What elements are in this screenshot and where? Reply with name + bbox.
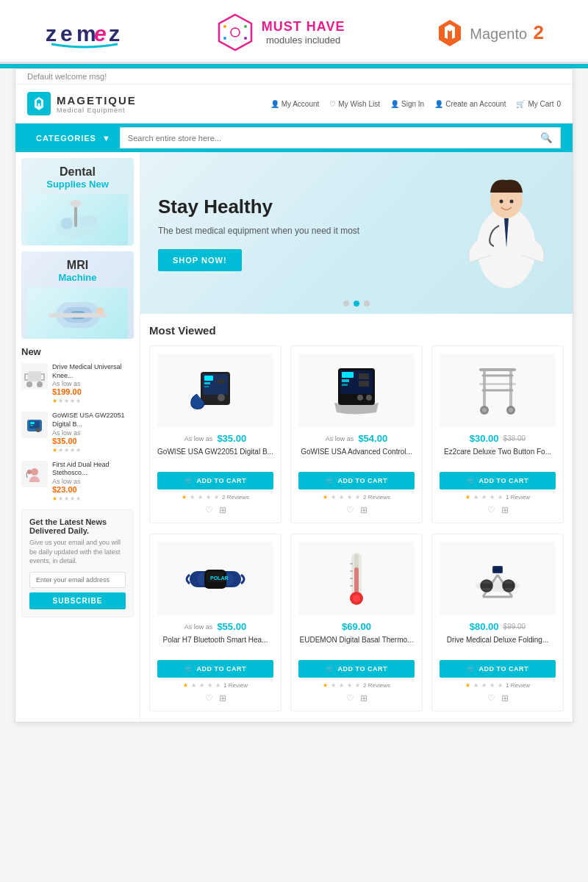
search-bar: 🔍 — [120, 127, 561, 148]
sidebar-new-product-1: Drive Medical Universal Knee... As low a… — [21, 363, 134, 404]
svg-rect-48 — [359, 381, 369, 387]
newsletter-email-input[interactable] — [29, 572, 126, 588]
magento-icon — [436, 18, 464, 46]
product-4-add-to-cart[interactable]: 🛒 ADD TO CART — [157, 660, 273, 678]
dental-promo-banner[interactable]: Dental Supplies New — [21, 158, 134, 245]
svg-rect-52 — [509, 368, 512, 409]
product-4-stars: ★★★★★ 1 Review — [183, 682, 248, 689]
product-2-compare-icon[interactable]: ⊞ — [360, 505, 368, 515]
sidebar-product-2-stars: ★★★★★ — [52, 447, 134, 453]
product-1-name: GoWISE USA GW22051 Digital B... — [157, 447, 273, 466]
hero-description: The best medical equipment when you need… — [158, 224, 555, 237]
svg-rect-27 — [30, 425, 33, 426]
svg-text:e: e — [94, 21, 107, 46]
svg-point-6 — [231, 28, 240, 37]
product-3-compare-icon[interactable]: ⊞ — [501, 505, 509, 515]
product-1-compare-icon[interactable]: ⊞ — [219, 505, 226, 515]
magento-text: Magento 2 — [470, 21, 544, 44]
svg-rect-54 — [479, 383, 516, 385]
slider-dot-3[interactable] — [364, 301, 370, 306]
product-card-1: As low as $35.00 GoWISE USA GW22051 Digi… — [149, 345, 282, 523]
product-1-wishlist-icon[interactable]: ♡ — [205, 505, 213, 515]
slider-dots — [343, 301, 370, 306]
svg-point-8 — [244, 25, 247, 28]
product-4-image: POLAR — [157, 542, 273, 615]
sidebar-new-product-3: First Aid Dual Head Stethosco... As low … — [21, 461, 134, 502]
product-2-actions: ♡ ⊞ — [346, 505, 368, 515]
product-5-actions: ♡ ⊞ — [346, 693, 368, 703]
wishlist-link[interactable]: ♡ My Wish List — [329, 100, 380, 108]
product-6-compare-icon[interactable]: ⊞ — [501, 693, 509, 703]
magento-logo: Magento 2 — [436, 18, 544, 46]
svg-point-10 — [244, 37, 247, 40]
svg-rect-79 — [481, 584, 492, 588]
product-5-add-to-cart[interactable]: 🛒 ADD TO CART — [298, 660, 415, 678]
svg-rect-53 — [479, 368, 516, 371]
mri-promo-banner[interactable]: MRI Machine — [21, 251, 134, 339]
main-content: Dental Supplies New MRI Machine — [15, 152, 573, 722]
svg-text:POLAR: POLAR — [210, 576, 229, 581]
must-have-text: MUST HAVE modules included — [262, 19, 345, 46]
svg-point-21 — [26, 381, 32, 387]
slider-dot-2[interactable] — [354, 301, 359, 306]
svg-rect-40 — [218, 379, 225, 384]
product-6-wishlist-icon[interactable]: ♡ — [487, 693, 495, 703]
hero-slider: Stay Healthy The best medical equipment … — [140, 152, 573, 314]
product-1-actions: ♡ ⊞ — [205, 505, 226, 515]
product-2-add-to-cart[interactable]: 🛒 ADD TO CART — [298, 472, 415, 490]
mri-promo-image — [27, 287, 128, 339]
search-input[interactable] — [121, 129, 533, 147]
svg-rect-12 — [74, 205, 77, 227]
shop-now-button[interactable]: SHOP NOW! — [158, 249, 242, 271]
product-2-image — [298, 354, 415, 427]
product-2-wishlist-icon[interactable]: ♡ — [346, 505, 354, 515]
cart-link[interactable]: 🛒 My Cart 0 — [516, 100, 561, 108]
slider-dot-1[interactable] — [343, 301, 349, 306]
product-6-add-to-cart[interactable]: 🛒 ADD TO CART — [440, 660, 556, 678]
search-button[interactable]: 🔍 — [533, 128, 560, 148]
product-5-wishlist-icon[interactable]: ♡ — [346, 693, 354, 703]
newsletter-box: Get the Latest News Delivered Daily. Giv… — [21, 509, 134, 617]
subscribe-button[interactable]: SUBSCRIBE — [29, 592, 126, 609]
categories-button[interactable]: CATEGORIES ▼ — [27, 127, 120, 149]
svg-point-57 — [482, 408, 487, 412]
product-2-price-row: As low as $54.00 — [326, 433, 387, 444]
svg-point-13 — [70, 200, 82, 207]
sidebar-product-3-image — [21, 461, 48, 487]
svg-point-41 — [218, 394, 225, 401]
svg-rect-38 — [204, 382, 210, 384]
store-logo-icon — [27, 92, 51, 115]
product-3-price-row: $30.00 $38.00 — [470, 433, 526, 444]
svg-text:z: z — [109, 21, 120, 46]
svg-point-9 — [223, 37, 226, 40]
create-account-link[interactable]: 👤 Create an Account — [434, 100, 506, 108]
second-row-grid: POLAR As low as $55.00 Polar H7 Bluetoot… — [149, 534, 564, 711]
my-account-link[interactable]: 👤 My Account — [270, 100, 320, 108]
sidebar-product-2-image — [21, 412, 48, 438]
product-card-4: POLAR As low as $55.00 Polar H7 Bluetoot… — [149, 534, 282, 711]
svg-rect-47 — [359, 373, 369, 379]
product-4-compare-icon[interactable]: ⊞ — [219, 693, 226, 703]
store-wrapper: Default welcome msg! MAGETIQUE Medical E… — [15, 68, 573, 723]
product-5-compare-icon[interactable]: ⊞ — [360, 693, 368, 703]
store-logo: MAGETIQUE Medical Equipment — [27, 92, 137, 115]
svg-text:z: z — [46, 21, 57, 46]
new-products-title: New — [21, 346, 134, 357]
signin-link[interactable]: 👤 Sign In — [390, 100, 424, 108]
product-card-5: $69.00 EUDEMON Digital Basal Thermo... 🛒… — [290, 534, 423, 711]
product-4-wishlist-icon[interactable]: ♡ — [205, 693, 213, 703]
svg-rect-39 — [204, 386, 209, 387]
product-2-stars: ★★★★★ 2 Reviews — [323, 494, 390, 501]
svg-rect-80 — [503, 584, 514, 588]
svg-rect-26 — [30, 422, 35, 424]
main-panel: Stay Healthy The best medical equipment … — [140, 152, 573, 722]
product-3-add-to-cart[interactable]: 🛒 ADD TO CART — [440, 472, 556, 490]
product-1-add-to-cart[interactable]: 🛒 ADD TO CART — [157, 472, 273, 490]
product-5-stars: ★★★★★ 2 Reviews — [323, 682, 390, 689]
product-3-wishlist-icon[interactable]: ♡ — [487, 505, 495, 515]
product-6-name: Drive Medical Deluxe Folding... — [447, 635, 548, 654]
product-3-image — [440, 354, 556, 427]
svg-point-50 — [366, 395, 372, 401]
product-4-name: Polar H7 Bluetooth Smart Hea... — [163, 635, 268, 654]
top-header: z e m e z MUST HAVE modules included — [0, 0, 588, 64]
